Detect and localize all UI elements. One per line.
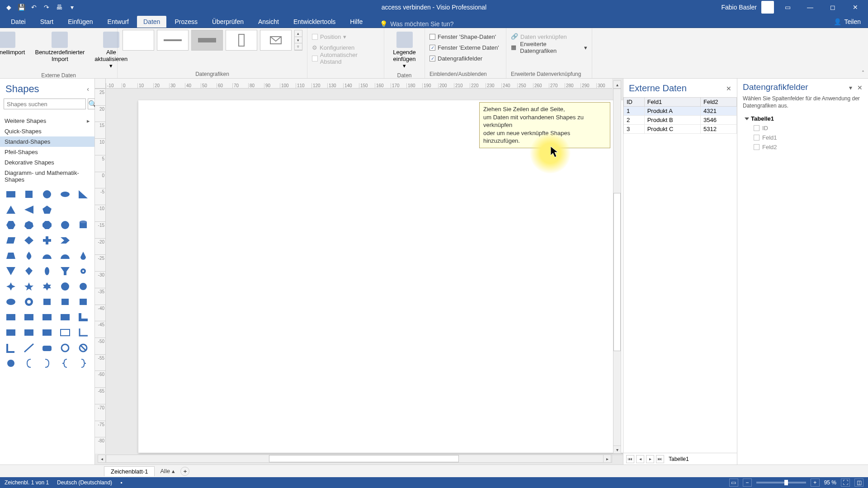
tab-hilfe[interactable]: Hilfe <box>344 16 369 28</box>
avatar[interactable] <box>761 1 774 14</box>
sheet-tab[interactable]: Zeichenblatt-1 <box>104 466 155 476</box>
sheet-all-button[interactable]: Alle▴ <box>160 468 175 474</box>
shape-lshape[interactable] <box>4 342 18 354</box>
gallery-item[interactable] <box>191 30 223 51</box>
shape-semicircle[interactable] <box>58 250 72 262</box>
checkbox[interactable] <box>754 135 760 141</box>
table-row[interactable]: 2 Produkt B 3546 <box>624 116 737 125</box>
externe-daten-table[interactable]: ID Feld1 Feld2 1 Produkt A 4321 2 Produk… <box>623 97 737 134</box>
scrollbar-thumb[interactable] <box>269 455 459 462</box>
table-row[interactable]: 1 Produkt A 4321 <box>624 107 737 116</box>
gallery-item[interactable] <box>157 30 189 51</box>
minimize-icon[interactable]: — <box>801 0 819 14</box>
shape-circle[interactable] <box>40 188 54 200</box>
shape-cube2[interactable] <box>58 296 72 308</box>
shape-gear-icon[interactable] <box>76 265 90 277</box>
tree-field-feld2[interactable]: Feld2 <box>743 142 863 152</box>
shape-bracket-open[interactable] <box>22 357 36 369</box>
shape-rounded[interactable] <box>40 342 54 354</box>
benutzerdef-import-button[interactable]: Benutzerdefinierter Import <box>32 30 87 65</box>
maximize-icon[interactable]: ◻ <box>824 0 842 14</box>
shape-rect-r[interactable] <box>4 296 18 308</box>
col-feld2[interactable]: Feld2 <box>701 98 737 107</box>
shape-funnel[interactable] <box>58 265 72 277</box>
cat-weitere-shapes[interactable]: Weitere Shapes▸ <box>0 116 94 126</box>
nav-last-icon[interactable]: ⏭ <box>656 455 664 463</box>
shape-frame[interactable] <box>4 311 18 323</box>
tab-einfuegen[interactable]: Einfügen <box>61 16 99 28</box>
shape-diamond[interactable] <box>22 235 36 246</box>
presentation-mode-icon[interactable]: ▭ <box>729 479 738 487</box>
print-icon[interactable]: 🖶 <box>54 2 64 12</box>
legende-einfuegen-button[interactable]: Legende einfügen ▾ <box>389 30 420 71</box>
tab-daten[interactable]: Daten <box>137 16 166 28</box>
zoom-out-icon[interactable]: − <box>743 479 752 487</box>
macro-record-icon[interactable]: ▪ <box>120 479 122 486</box>
shape-circle2[interactable] <box>58 219 72 231</box>
zoom-slider[interactable] <box>756 482 806 483</box>
shape-star5[interactable] <box>22 281 36 292</box>
shape-frame3[interactable] <box>40 311 54 323</box>
zoom-level[interactable]: 95 % <box>824 479 836 486</box>
shape-arc[interactable] <box>40 250 54 262</box>
horizontal-scrollbar[interactable] <box>106 455 612 463</box>
shape-ring[interactable] <box>58 342 72 354</box>
shape-blank[interactable] <box>58 204 72 216</box>
tab-entwurf[interactable]: Entwurf <box>101 16 135 28</box>
shape-line[interactable] <box>22 342 36 354</box>
shape-ellipse[interactable] <box>58 188 72 200</box>
close-pane-icon[interactable]: ✕ <box>726 85 731 92</box>
datengrafikfelder-checkbox[interactable]: ✓Datengrafikfelder <box>429 53 499 63</box>
cat-standard-shapes[interactable]: Standard-Shapes <box>0 136 94 147</box>
shape-brace-open[interactable] <box>58 357 72 369</box>
tab-datei[interactable]: Datei <box>5 16 32 28</box>
shape-donut[interactable] <box>22 296 36 308</box>
shape-drop[interactable] <box>22 250 36 262</box>
shape-cube[interactable] <box>40 296 54 308</box>
vertical-scrollbar[interactable] <box>613 89 621 454</box>
col-id[interactable]: ID <box>624 98 645 107</box>
shape-blank[interactable] <box>76 235 90 246</box>
tab-ansicht[interactable]: Ansicht <box>252 16 285 28</box>
shape-box-outline[interactable] <box>58 327 72 338</box>
pane-menu-icon[interactable]: ▾ <box>849 84 852 91</box>
scroll-left-icon[interactable]: ◂ <box>98 455 106 463</box>
shape-burst[interactable] <box>76 281 90 292</box>
undo-icon[interactable]: ↶ <box>29 2 39 12</box>
shape-rectangle[interactable] <box>4 188 18 200</box>
tree-field-feld1[interactable]: Feld1 <box>743 133 863 142</box>
shape-plus[interactable] <box>40 235 54 246</box>
pan-zoom-icon[interactable]: ◫ <box>854 479 863 487</box>
shape-star6[interactable] <box>40 281 54 292</box>
shape-cube3[interactable] <box>76 296 90 308</box>
shape-square[interactable] <box>22 188 36 200</box>
scroll-up-icon[interactable]: ▴ <box>613 80 621 89</box>
add-sheet-icon[interactable]: ＋ <box>180 467 189 476</box>
cat-pfeil-shapes[interactable]: Pfeil-Shapes <box>0 147 94 157</box>
datengrafiken-gallery[interactable]: ▴▾▿ <box>123 30 302 51</box>
checkbox[interactable] <box>754 144 760 150</box>
fit-page-icon[interactable]: ⛶ <box>841 479 850 487</box>
cat-diagramm-shapes[interactable]: Diagramm- und Mathematik-Shapes <box>0 168 94 185</box>
save-icon[interactable]: 💾 <box>16 2 26 12</box>
shape-box1[interactable] <box>4 327 18 338</box>
shape-can[interactable] <box>76 219 90 231</box>
fenster-shapedaten-checkbox[interactable]: Fenster 'Shape-Daten' <box>429 32 499 42</box>
share-button[interactable]: 👤 Teilen <box>826 16 868 28</box>
redo-icon[interactable]: ↷ <box>42 2 52 12</box>
scrollbar-thumb[interactable] <box>613 193 621 351</box>
shape-star7[interactable] <box>58 281 72 292</box>
shape-tri-down[interactable] <box>4 265 18 277</box>
tell-me-search[interactable]: 💡 Was möchten Sie tun? <box>380 20 453 28</box>
shape-trapezoid[interactable] <box>4 250 18 262</box>
schnellimport-button[interactable]: Schnellimport <box>0 30 28 58</box>
close-icon[interactable]: ✕ <box>846 0 864 14</box>
close-pane-icon[interactable]: ✕ <box>857 84 863 91</box>
drawing-canvas[interactable]: -100102030405060708090100110120130140150… <box>95 79 623 465</box>
gallery-item[interactable] <box>226 30 257 51</box>
tree-field-id[interactable]: ID <box>743 123 863 133</box>
collapse-shapes-icon[interactable]: ‹ <box>87 85 89 93</box>
tab-entwicklertools[interactable]: Entwicklertools <box>287 16 342 28</box>
nav-prev-icon[interactable]: ◂ <box>636 455 644 463</box>
shape-right-triangle[interactable] <box>76 188 90 200</box>
